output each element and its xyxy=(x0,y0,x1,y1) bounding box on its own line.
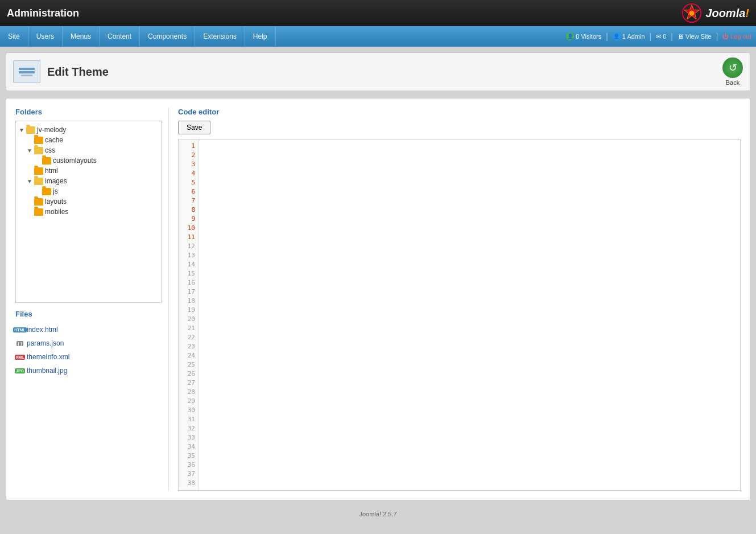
message-icon: ✉ xyxy=(656,33,661,40)
folder-open-icon-images xyxy=(34,178,43,185)
nav-item-menus[interactable]: Menus xyxy=(63,26,100,47)
folder-icon-customlayouts xyxy=(42,157,51,165)
logout-icon: ⏻ xyxy=(722,33,729,40)
svg-point-1 xyxy=(689,11,695,16)
nav-item-components[interactable]: Components xyxy=(140,26,195,47)
nav-item-help[interactable]: Help xyxy=(245,26,276,47)
file-params-json[interactable]: { } params.json xyxy=(15,336,162,350)
code-area: 1234567891011121314151617181920212223242… xyxy=(178,139,741,491)
nav-item-site[interactable]: Site xyxy=(0,26,28,47)
file-icon-xml: XML xyxy=(15,352,24,362)
visitors-status: 👤 0 Visitors xyxy=(566,32,601,40)
folder-label-html: html xyxy=(45,167,58,175)
tree-item-css[interactable]: ▼ css xyxy=(18,145,159,155)
tree-item-js[interactable]: js xyxy=(18,186,159,196)
doc-line-3 xyxy=(21,75,32,76)
folder-tree: ▼ jv-melody cache ▼ css xyxy=(15,121,162,303)
file-label-params-json: params.json xyxy=(27,339,64,347)
file-label-index-html: index.html xyxy=(27,326,58,334)
app-title: Administration xyxy=(7,7,79,19)
nav-menu: Site Users Menus Content Components Exte… xyxy=(0,26,276,47)
view-site-link[interactable]: 🖥 View Site xyxy=(677,33,712,40)
file-icon-json: { } xyxy=(15,338,24,348)
tree-item-customlayouts[interactable]: customlayouts xyxy=(18,155,159,166)
folder-label-css: css xyxy=(45,146,55,154)
file-themeinfo-xml[interactable]: XML themeInfo.xml xyxy=(15,350,162,364)
admin-status: 👤 1 Admin xyxy=(613,32,645,40)
monitor-icon: 🖥 xyxy=(677,33,684,40)
nav-item-extensions[interactable]: Extensions xyxy=(195,26,245,47)
toggle-spacer-js xyxy=(34,188,41,195)
nav-item-users[interactable]: Users xyxy=(28,26,63,47)
code-editor-title: Code editor xyxy=(178,108,741,116)
tree-item-jv-melody[interactable]: ▼ jv-melody xyxy=(18,125,159,135)
file-label-thumbnail-jpg: thumbnail.jpg xyxy=(27,367,67,375)
folder-label-images: images xyxy=(45,177,67,185)
tree-item-html[interactable]: html xyxy=(18,166,159,176)
folder-icon-html xyxy=(34,167,43,175)
main-panel: Folders ▼ jv-melody cache ▼ xyxy=(6,98,750,500)
folder-icon-mobiles xyxy=(34,208,43,216)
page-title: Edit Theme xyxy=(47,65,109,79)
folder-label-cache: cache xyxy=(45,136,63,144)
toggle-spacer-mobiles xyxy=(26,208,33,215)
doc-line-1 xyxy=(19,68,35,70)
logout-link[interactable]: ⏻ Log out xyxy=(722,33,751,40)
folder-label-mobiles: mobiles xyxy=(45,208,68,216)
file-index-html[interactable]: HTML index.html xyxy=(15,323,162,336)
folder-label: jv-melody xyxy=(37,126,66,134)
folder-open-icon xyxy=(26,126,35,134)
file-icon-jpg: JPG xyxy=(15,365,24,376)
file-icon-html: HTML xyxy=(15,324,24,335)
line-numbers: 1234567891011121314151617181920212223242… xyxy=(179,139,199,490)
footer: Joomla! 2.5.7 xyxy=(0,506,756,522)
toggle-spacer-cl xyxy=(34,157,41,164)
doc-line-2 xyxy=(19,71,35,73)
folder-icon-js xyxy=(42,188,51,195)
page-header-left: Edit Theme xyxy=(13,60,109,83)
code-editor-content[interactable] xyxy=(199,139,740,490)
navbar: Site Users Menus Content Components Exte… xyxy=(0,26,756,47)
file-label-themeinfo-xml: themeInfo.xml xyxy=(27,353,69,361)
tree-item-mobiles[interactable]: mobiles xyxy=(18,207,159,217)
files-title: Files xyxy=(15,310,162,318)
folder-icon-cache xyxy=(34,137,43,144)
toggle-spacer-layouts xyxy=(26,198,33,205)
page-icon xyxy=(13,60,40,83)
nav-item-content[interactable]: Content xyxy=(100,26,140,47)
nav-status: 👤 0 Visitors | 👤 1 Admin | ✉ 0 | 🖥 View … xyxy=(561,26,756,47)
toggle-icon-css: ▼ xyxy=(26,147,33,154)
tree-item-cache[interactable]: cache xyxy=(18,135,159,145)
tree-item-images[interactable]: ▼ images xyxy=(18,176,159,186)
joomla-logo: Joomla! xyxy=(681,3,749,23)
folders-title: Folders xyxy=(15,108,162,116)
folder-icon-layouts xyxy=(34,198,43,206)
message-count: ✉ 0 xyxy=(656,33,666,40)
folder-open-icon-css xyxy=(34,147,43,154)
right-panel: Code editor Save 12345678910111213141516… xyxy=(169,108,741,491)
left-panel: Folders ▼ jv-melody cache ▼ xyxy=(15,108,169,491)
back-button[interactable]: ↺ Back xyxy=(722,57,743,86)
toggle-spacer-html xyxy=(26,167,33,174)
file-thumbnail-jpg[interactable]: JPG thumbnail.jpg xyxy=(15,364,162,377)
admin-icon: 👤 xyxy=(613,32,621,40)
visitors-icon: 👤 xyxy=(566,32,574,40)
page-header: Edit Theme ↺ Back xyxy=(6,52,750,91)
folder-label-layouts: layouts xyxy=(45,198,67,206)
app-header: Administration Joomla! xyxy=(0,0,756,26)
save-button[interactable]: Save xyxy=(178,121,210,134)
files-section: Files HTML index.html { } params.json XM… xyxy=(15,310,162,377)
version-text: Joomla! 2.5.7 xyxy=(359,511,396,517)
toggle-icon: ▼ xyxy=(18,126,25,133)
toggle-icon-images: ▼ xyxy=(26,178,33,184)
toggle-spacer xyxy=(26,137,33,143)
joomla-text: Joomla! xyxy=(705,7,749,20)
folder-label-customlayouts: customlayouts xyxy=(53,157,97,165)
back-circle-icon: ↺ xyxy=(722,57,743,78)
tree-item-layouts[interactable]: layouts xyxy=(18,196,159,207)
folder-label-js: js xyxy=(53,187,58,195)
